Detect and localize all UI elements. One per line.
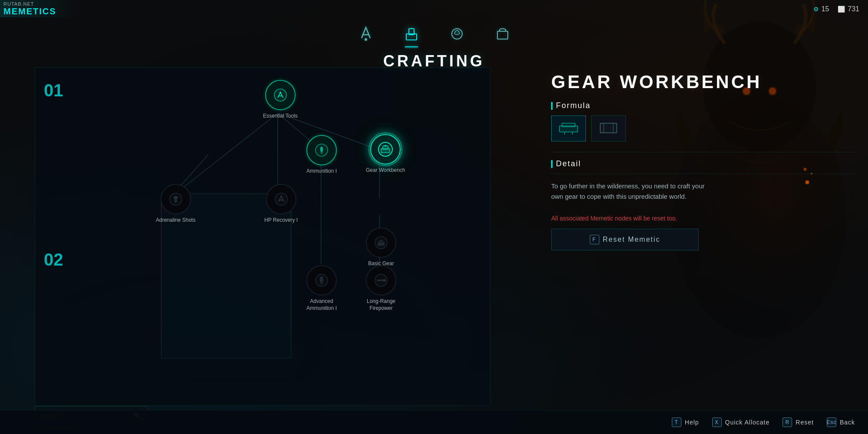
svg-rect-40 <box>320 283 323 284</box>
svg-point-22 <box>274 89 286 101</box>
node-long-range-label: Long-Range Firepower <box>367 298 395 312</box>
help-action[interactable]: T Help <box>672 418 699 427</box>
formula-item-1[interactable] <box>551 115 586 141</box>
node-essential-tools-label: Essential Tools <box>263 113 298 120</box>
reset-button-label: Reset Memetic <box>603 236 661 243</box>
svg-rect-13 <box>497 31 508 39</box>
svg-rect-39 <box>320 276 323 283</box>
back-label: Back <box>840 419 855 426</box>
nav-tab-4[interactable] <box>490 22 514 46</box>
help-label: Help <box>685 419 699 426</box>
site-domain: RUTAB.NET <box>3 1 56 7</box>
svg-point-27 <box>378 142 392 156</box>
section-number-02: 02 <box>44 250 63 270</box>
page-title: CRAFTING <box>383 52 485 70</box>
node-advanced-ammo-label: Advanced Ammunition I <box>306 298 337 312</box>
svg-rect-26 <box>321 152 322 154</box>
svg-rect-29 <box>383 146 388 149</box>
node-hp-recovery[interactable]: HP Recovery I <box>264 184 298 224</box>
svg-rect-44 <box>562 123 575 127</box>
detail-label: Detail <box>551 159 855 168</box>
reset-label: Reset <box>796 419 814 426</box>
nav-tab-1[interactable] <box>354 22 378 46</box>
tree-connector-lines <box>35 68 490 405</box>
detail-text: To go further in the wilderness, you nee… <box>551 181 716 202</box>
node-hp-recovery-label: HP Recovery I <box>264 217 298 224</box>
panel-title: GEAR WORKBENCH <box>551 72 855 92</box>
warning-text: All associated Memetic nodes will be res… <box>551 215 855 222</box>
reset-key: R <box>783 418 792 427</box>
node-long-range[interactable]: Long-Range Firepower <box>366 265 396 312</box>
stat-value-2: 731 <box>848 5 859 13</box>
quick-allocate-key: X <box>712 418 722 427</box>
logo-area: RUTAB.NET MEMETICS <box>0 0 78 17</box>
formula-item-2[interactable] <box>591 115 626 141</box>
nav-tab-3[interactable] <box>445 22 469 46</box>
node-essential-tools[interactable]: Essential Tools <box>263 80 298 120</box>
formula-icon-2 <box>598 120 619 137</box>
svg-point-30 <box>385 145 386 147</box>
stat-item-2: ⬜ 731 <box>838 5 859 13</box>
formula-row <box>551 115 855 141</box>
node-basic-gear[interactable]: Basic Gear <box>366 227 396 267</box>
formula-divider <box>551 152 855 152</box>
formula-icon-1 <box>558 120 579 137</box>
top-navigation <box>354 22 514 46</box>
node-advanced-ammo[interactable]: Advanced Ammunition I <box>306 265 337 312</box>
panel-content: GEAR WORKBENCH Formula <box>551 72 855 250</box>
nav-tab-crafting[interactable] <box>399 22 423 46</box>
right-panel: GEAR WORKBENCH Formula <box>508 67 868 423</box>
svg-point-23 <box>279 92 281 93</box>
reset-action[interactable]: R Reset <box>783 418 814 427</box>
svg-rect-33 <box>174 197 178 198</box>
stat-item-1: ⚙ 15 <box>813 5 829 13</box>
quick-allocate-label: Quick Allocate <box>725 419 770 426</box>
svg-rect-47 <box>600 123 617 133</box>
quick-allocate-action[interactable]: X Quick Allocate <box>712 418 770 427</box>
node-gear-workbench[interactable]: Gear Workbench <box>366 134 405 174</box>
node-adrenaline-shots[interactable]: Adrenaline Shots <box>156 184 195 224</box>
svg-rect-32 <box>174 196 177 203</box>
gear-stat-icon: ⚙ <box>813 6 819 13</box>
node-ammunition-1[interactable]: Ammunition I <box>306 135 337 175</box>
crafting-tree-panel: 01 02 <box>35 67 490 406</box>
svg-rect-28 <box>381 148 390 153</box>
formula-label: Formula <box>551 101 855 110</box>
box-stat-icon: ⬜ <box>838 6 845 13</box>
stat-value-1: 15 <box>822 5 829 13</box>
node-adrenaline-shots-label: Adrenaline Shots <box>156 217 195 224</box>
reset-memetic-button[interactable]: F Reset Memetic <box>551 229 699 250</box>
help-key: T <box>672 418 681 427</box>
detail-divider <box>551 174 855 174</box>
bottom-fade <box>35 319 490 405</box>
svg-point-7 <box>365 38 367 41</box>
node-gear-workbench-label: Gear Workbench <box>366 167 405 174</box>
brand-name: MEMETICS <box>3 7 56 16</box>
reset-key-badge: F <box>590 235 599 244</box>
back-key: Esc <box>827 418 836 427</box>
node-ammunition-1-label: Ammunition I <box>306 168 337 175</box>
tree-area: 01 02 <box>35 68 490 405</box>
bottom-action-bar: T Help X Quick Allocate R Reset Esc Back <box>0 410 868 434</box>
svg-rect-37 <box>379 240 383 243</box>
section-number-01: 01 <box>44 81 63 100</box>
back-action[interactable]: Esc Back <box>827 418 855 427</box>
top-stats: ⚙ 15 ⬜ 731 <box>813 5 860 13</box>
svg-rect-25 <box>320 147 323 152</box>
